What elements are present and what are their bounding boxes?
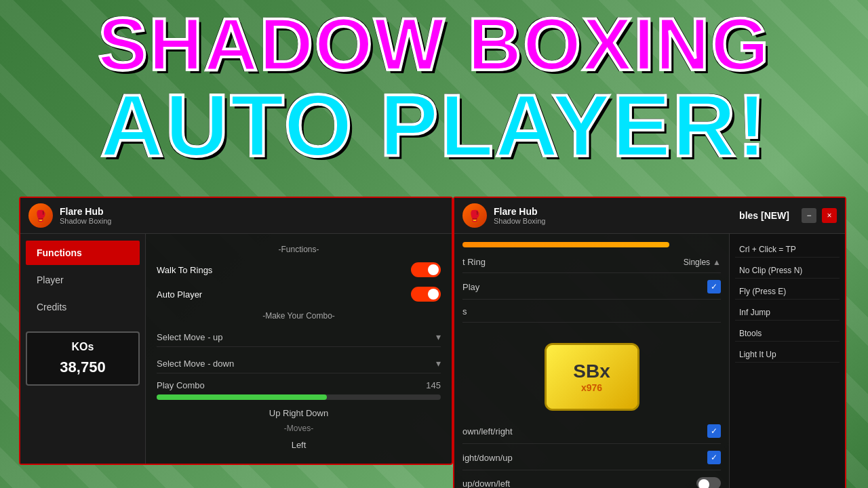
panel-title-info: Flare Hub Shadow Boxing bbox=[60, 206, 111, 225]
play-combo-header: Play Combo 145 bbox=[157, 380, 441, 390]
play-combo-label: Play Combo bbox=[157, 380, 205, 390]
combo-section-label: -Make Your Combo- bbox=[157, 311, 441, 321]
ring-row: t Ring Singles ▲ bbox=[462, 257, 721, 273]
move-item-left: Left bbox=[157, 437, 441, 453]
walk-to-rings-label: Walk To Rings bbox=[157, 265, 212, 275]
shortcut-tp: Crl + Click = TP bbox=[735, 242, 840, 258]
right-avatar: 🥊 bbox=[462, 203, 487, 228]
ring-value: Singles bbox=[684, 258, 710, 267]
select-move-down-label: Select Move - down bbox=[157, 359, 234, 369]
play-combo-row: Play Combo 145 bbox=[157, 380, 441, 400]
shortcut-btools: Btools bbox=[735, 326, 840, 342]
auto-player-row: Auto Player bbox=[157, 287, 441, 302]
auto-player-label: Auto Player bbox=[157, 289, 202, 300]
panel-subtitle: Shadow Boxing bbox=[60, 217, 111, 225]
main-content: -Functions- Walk To Rings Auto Player -M… bbox=[146, 234, 452, 464]
right-panel-header: 🥊 Flare Hub Shadow Boxing bles [NEW] − × bbox=[454, 198, 845, 234]
logo-badge: SBx x976 bbox=[545, 343, 639, 411]
sidebar: Functions Player Credits KOs 38,750 bbox=[20, 234, 146, 464]
moves-label: -Moves- bbox=[157, 424, 441, 433]
ko-value: 38,750 bbox=[33, 359, 133, 376]
right-panel-title-info: Flare Hub Shadow Boxing bbox=[494, 206, 734, 225]
auto-player-toggle[interactable] bbox=[411, 287, 441, 302]
window-controls: bles [NEW] − × bbox=[739, 208, 837, 223]
ko-box: KOs 38,750 bbox=[26, 331, 140, 386]
main-title-shadow-boxing: SHADOW BOXING bbox=[7, 7, 861, 81]
select-move-up-label: Select Move - up bbox=[157, 332, 223, 342]
chevron-down-icon: ▾ bbox=[436, 331, 441, 342]
functions-section-label: -Functions- bbox=[157, 245, 441, 254]
shortcut-lightitup: Light It Up bbox=[735, 347, 840, 363]
left-panel-header: 🥊 Flare Hub Shadow Boxing bbox=[20, 198, 452, 234]
play-row: Play ✓ bbox=[462, 280, 721, 300]
logo-area: SBx x976 bbox=[462, 329, 721, 424]
s-label: s bbox=[462, 306, 467, 317]
dir2-checkbox[interactable]: ✓ bbox=[707, 451, 721, 464]
dir2-row: ight/down/up ✓ bbox=[462, 451, 721, 470]
shortcut-infjump: Inf Jump bbox=[735, 305, 840, 321]
ring-value-area: Singles ▲ bbox=[684, 258, 721, 267]
right-panel-flare-hub: Flare Hub bbox=[494, 206, 734, 217]
select-move-down-row[interactable]: Select Move - down ▾ bbox=[157, 354, 441, 373]
ring-chevron-icon: ▲ bbox=[713, 258, 721, 267]
panel-title: Flare Hub bbox=[60, 206, 111, 217]
panel-body: Functions Player Credits KOs 38,750 -Fun… bbox=[20, 234, 452, 464]
main-title-auto-player: AUTO PLAYER! bbox=[7, 81, 861, 169]
chevron-down-icon-2: ▾ bbox=[436, 358, 441, 369]
minimize-button[interactable]: − bbox=[802, 208, 816, 223]
orange-progress-bar bbox=[462, 242, 669, 247]
right-panel-shadow-boxing: Shadow Boxing bbox=[494, 217, 734, 225]
progress-bar-bg bbox=[157, 394, 441, 400]
logo-text-x976: x976 bbox=[581, 382, 602, 393]
ring-label: t Ring bbox=[462, 257, 486, 267]
shortcut-noclip: No Clip (Press N) bbox=[735, 263, 840, 279]
dir1-row: own/left/right ✓ bbox=[462, 424, 721, 444]
dir1-label: own/left/right bbox=[462, 426, 513, 436]
play-checkbox[interactable]: ✓ bbox=[707, 280, 721, 293]
walk-to-rings-row: Walk To Rings bbox=[157, 262, 441, 277]
s-row: s bbox=[462, 306, 721, 323]
play-label: Play bbox=[462, 282, 479, 292]
dir3-toggle[interactable] bbox=[696, 477, 721, 488]
shortcut-fly: Fly (Press E) bbox=[735, 284, 840, 300]
logo-text-sbx: SBx bbox=[573, 361, 610, 382]
dir1-checkbox[interactable]: ✓ bbox=[707, 424, 721, 438]
right-main-content: t Ring Singles ▲ Play ✓ s SBx x976 bbox=[454, 234, 730, 488]
left-panel: 🥊 Flare Hub Shadow Boxing Functions Play… bbox=[19, 197, 453, 465]
walk-to-rings-toggle[interactable] bbox=[411, 262, 441, 277]
progress-bar-fill bbox=[157, 394, 327, 400]
dir2-label: ight/down/up bbox=[462, 453, 513, 463]
ko-label: KOs bbox=[33, 341, 133, 353]
shortcuts-sidebar: Crl + Click = TP No Clip (Press N) Fly (… bbox=[730, 234, 845, 488]
right-panel: 🥊 Flare Hub Shadow Boxing bles [NEW] − ×… bbox=[453, 197, 846, 488]
avatar: 🥊 bbox=[28, 203, 53, 228]
combo-text: Up Right Down bbox=[157, 408, 441, 418]
dir3-label: up/down/left bbox=[462, 479, 510, 489]
sidebar-item-credits[interactable]: Credits bbox=[26, 295, 140, 319]
panel-window-title: bles [NEW] bbox=[739, 210, 796, 221]
play-combo-value: 145 bbox=[426, 380, 441, 390]
close-button[interactable]: × bbox=[822, 208, 837, 223]
dir3-row: up/down/left bbox=[462, 477, 721, 488]
sidebar-item-functions[interactable]: Functions bbox=[26, 241, 140, 265]
right-panel-body: t Ring Singles ▲ Play ✓ s SBx x976 bbox=[454, 234, 845, 488]
select-move-up-row[interactable]: Select Move - up ▾ bbox=[157, 327, 441, 347]
sidebar-item-player[interactable]: Player bbox=[26, 268, 140, 292]
